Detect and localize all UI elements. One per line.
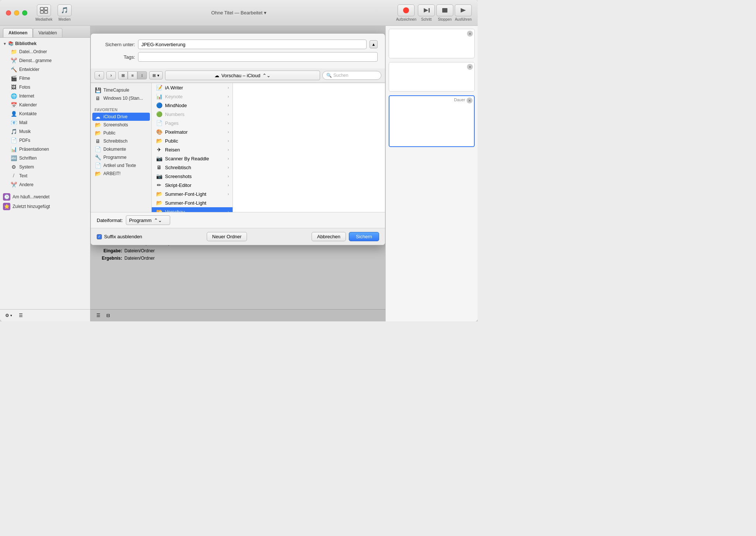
sidebar-item-schriften[interactable]: 🔤 Schriften <box>0 154 90 163</box>
view-icon-btn[interactable]: ⊞ <box>118 71 128 79</box>
right-panel-2-close[interactable]: ✕ <box>467 64 473 70</box>
pixelmator-item[interactable]: 🎨 Pixelmator › <box>152 127 233 136</box>
save-button[interactable]: Sichern <box>349 232 379 241</box>
add-button[interactable]: ☰ <box>17 312 25 319</box>
sidebar-item-system[interactable]: ⚙ System <box>0 163 90 171</box>
numbers-item[interactable]: 🟢 Numbers › <box>152 110 233 119</box>
sidebar-bottom: ⚙ ▾ ☰ <box>0 309 90 321</box>
pages-item[interactable]: 📄 Pages › <box>152 119 233 127</box>
artikel-fav-item[interactable]: 📄 Artikel und Texte <box>91 161 151 170</box>
expand-button[interactable]: ▲ <box>370 40 378 48</box>
cancel-button[interactable]: Abbrechen <box>312 232 346 241</box>
skript-icon: ✏ <box>155 182 163 188</box>
vorschau-label: Vorschau <box>165 209 226 212</box>
scanner-item[interactable]: 📷 Scanner By Readdle › <box>152 154 233 163</box>
icloud-drive-item[interactable]: ☁ iCloud Drive <box>92 113 150 121</box>
mindnode-item[interactable]: 🔵 MindNode › <box>152 101 233 110</box>
ia-writer-item[interactable]: 📝 iA Writer › <box>152 83 233 92</box>
kontakte-icon: 👤 <box>10 110 17 117</box>
arbeit-fav-item[interactable]: 📂 ARBEIT! <box>91 170 151 178</box>
mediathek-icon <box>37 4 51 16</box>
windows10-item[interactable]: 🖥 Windows 10 (Stan... <box>91 94 151 102</box>
amhaeufigsten-icon: 🕒 <box>3 193 10 201</box>
vorschau-item[interactable]: 📂 Vorschau › <box>152 207 233 212</box>
bibliothek-header[interactable]: ▼ 📚 Bibliothek <box>0 40 90 47</box>
public-fav-item[interactable]: 📂 Public <box>91 129 151 137</box>
schreibtisch-fav-item[interactable]: 🖥 Schreibtisch <box>91 137 151 145</box>
view-list-btn[interactable]: ≡ <box>128 71 137 79</box>
sichern-input[interactable] <box>138 40 367 49</box>
summer1-item[interactable]: 📂 Summer-Font-Light › <box>152 190 233 198</box>
tags-input[interactable] <box>138 52 378 62</box>
zuletzt-icon: ⭐ <box>3 203 10 210</box>
sidebar-item-musik[interactable]: 🎵 Musik <box>0 127 90 136</box>
sidebar-item-dateiordner[interactable]: 📁 Datei...Ordner <box>0 47 90 56</box>
public-col-item[interactable]: 📂 Public › <box>152 136 233 145</box>
stoppen-button[interactable]: Stoppen <box>436 4 453 21</box>
maximize-button[interactable] <box>22 10 27 16</box>
location-arrows: ⌃⌄ <box>262 73 271 78</box>
minimize-button[interactable] <box>14 10 19 16</box>
aufzeichnen-icon <box>398 4 415 16</box>
svg-rect-0 <box>40 7 44 10</box>
arrange-button[interactable]: ⊞ ▾ <box>149 71 163 79</box>
sidebar-item-filme[interactable]: 🎬 Filme <box>0 74 90 83</box>
sidebar-item-entwickler[interactable]: 🔨 Entwickler <box>0 65 90 74</box>
aufzeichnen-button[interactable]: Aufzeichnen <box>396 4 416 21</box>
sidebar-item-internet[interactable]: 🌐 Internet <box>0 92 90 100</box>
view-column-btn[interactable]: ⫶ <box>137 71 147 79</box>
sidebar-item-dienstgramme[interactable]: ✂️ Dienst...gramme <box>0 56 90 65</box>
sidebar-item-andere[interactable]: ✂️ Andere <box>0 180 90 189</box>
location-button[interactable]: ☁ Vorschau – iCloud ⌃⌄ <box>165 71 320 80</box>
search-box[interactable]: 🔍 Suchen <box>322 71 381 80</box>
format-select[interactable]: Programm ⌃⌄ <box>126 215 170 225</box>
praesentationen-label: Präsentationen <box>19 147 49 152</box>
sidebar-item-mail[interactable]: 📧 Mail <box>0 118 90 127</box>
mediathek-button[interactable]: Mediathek <box>35 4 53 21</box>
medien-button[interactable]: 🎵 Medien <box>55 4 74 21</box>
right-panel-1-close[interactable]: ✕ <box>467 31 473 37</box>
right-panel-3-close[interactable]: ✕ <box>467 98 472 103</box>
titlebar: Mediathek 🎵 Medien Ohne Titel — Bearbeit… <box>0 0 478 26</box>
format-value: Programm <box>129 218 152 223</box>
gear-button[interactable]: ⚙ ▾ <box>3 312 14 319</box>
programme-fav-item[interactable]: 🔧 Programme <box>91 153 151 161</box>
windows10-icon: 🖥 <box>94 95 101 101</box>
right-panel-1: ✕ <box>389 29 475 58</box>
sidebar-item-amhaeufigsten[interactable]: 🕒 Am häufi...rwendet <box>0 192 90 202</box>
sidebar-item-pdfs[interactable]: 📄 PDFs <box>0 136 90 145</box>
pdfs-icon: 📄 <box>10 137 17 144</box>
close-button[interactable] <box>6 10 11 16</box>
ausfuehren-label: Ausführen <box>455 17 472 21</box>
sidebar-item-fotos[interactable]: 🖼 Fotos <box>0 83 90 92</box>
skript-item[interactable]: ✏ Skript-Editor › <box>152 181 233 190</box>
suffix-checkbox-label[interactable]: ✓ Suffix ausblenden <box>97 234 142 239</box>
suffix-label: Suffix ausblenden <box>104 234 142 239</box>
public-col-icon: 📂 <box>155 138 163 144</box>
screenshots-col-item[interactable]: 📷 Screenshots › <box>152 172 233 181</box>
back-button[interactable]: ‹ <box>94 71 104 79</box>
schreibtisch-col-item[interactable]: 🖥 Schreibtisch › <box>152 163 233 172</box>
arrange-arrow: ▾ <box>157 73 159 78</box>
reisen-item[interactable]: ✈ Reisen › <box>152 145 233 154</box>
tab-variablen[interactable]: Variablen <box>33 28 62 37</box>
vorschau-arrow: › <box>228 210 229 212</box>
summer1-icon: 📂 <box>155 191 163 197</box>
summer2-item[interactable]: 📂 Summer-Font-Light <box>152 198 233 207</box>
tab-aktionen[interactable]: Aktionen <box>3 28 33 37</box>
new-folder-button[interactable]: Neuer Ordner <box>207 232 247 241</box>
schritt-button[interactable]: Schritt <box>418 4 435 21</box>
forward-button[interactable]: › <box>106 71 116 79</box>
ausfuehren-button[interactable]: Ausführen <box>455 4 472 21</box>
timecapsule-item[interactable]: 💾 TimeCapsule <box>91 86 151 94</box>
suffix-checkbox[interactable]: ✓ <box>97 234 102 239</box>
keynote-item[interactable]: 📊 Keynote › <box>152 92 233 101</box>
sidebar-item-text[interactable]: / Text <box>0 171 90 180</box>
dokumente-fav-item[interactable]: 📄 Dokumente <box>91 145 151 153</box>
ia-writer-icon: 📝 <box>155 85 163 91</box>
screenshots-fav-item[interactable]: 📂 Screenshots <box>91 121 151 129</box>
sidebar-item-praesentationen[interactable]: 📊 Präsentationen <box>0 145 90 154</box>
sidebar-item-kontakte[interactable]: 👤 Kontakte <box>0 109 90 118</box>
sidebar-item-zuletzt[interactable]: ⭐ Zuletzt hinzugefügt <box>0 202 90 211</box>
sidebar-item-kalender[interactable]: 📅 Kalender <box>0 100 90 109</box>
